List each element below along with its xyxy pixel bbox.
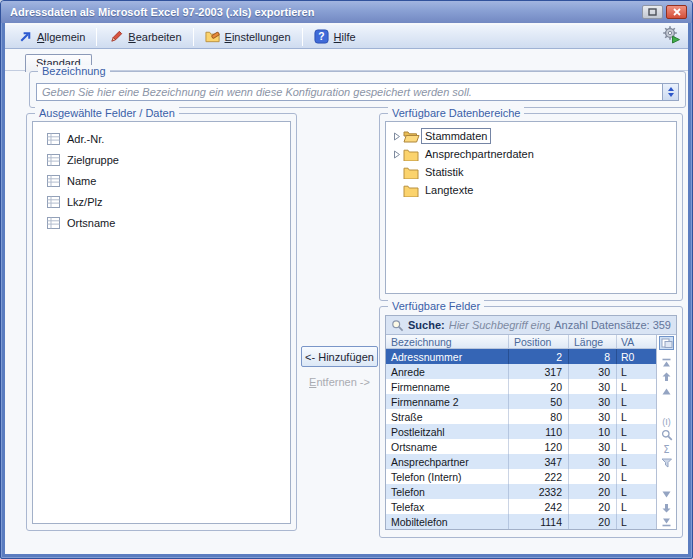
next-page-icon[interactable]: [660, 502, 673, 514]
field-row[interactable]: Telefax24220L: [386, 499, 656, 514]
cell-laenge: 20: [568, 499, 616, 514]
cell-bezeichnung: Telefon (Intern): [386, 471, 508, 483]
run-export-button[interactable]: [660, 27, 682, 47]
selected-field-item[interactable]: Ortsname: [33, 212, 290, 233]
search-input[interactable]: Hier Suchbegriff eingebe: [449, 319, 551, 331]
table-icon: [47, 154, 60, 166]
selected-field-label: Zielgruppe: [67, 154, 119, 166]
cell-laenge: 10: [568, 424, 616, 439]
field-row[interactable]: Adressnummer28R0: [386, 349, 656, 364]
folder-closed-icon: [403, 184, 421, 197]
summary-icon[interactable]: Σ: [660, 443, 673, 455]
field-row[interactable]: Ansprechpartner34730L: [386, 454, 656, 469]
search-record-icon[interactable]: [660, 429, 673, 441]
bezeichnung-group: Bezeichnung Geben Sie hier eine Bezeichn…: [29, 71, 686, 108]
prev-page-icon[interactable]: [660, 371, 673, 383]
expander-icon[interactable]: [391, 132, 403, 141]
spinner-up-icon: [668, 87, 674, 91]
cell-bezeichnung: Firmenname: [386, 381, 508, 393]
table-icon: [47, 196, 60, 208]
toolbar-button-label: Hilfe: [334, 31, 356, 43]
edit-record-icon[interactable]: (I): [660, 415, 673, 427]
cell-bezeichnung: Straße: [386, 411, 508, 423]
gear-run-green-icon: [662, 25, 681, 48]
close-button[interactable]: [666, 5, 687, 19]
cell-bezeichnung: Ortsname: [386, 441, 508, 453]
cell-va: L: [616, 439, 656, 454]
next-record-icon[interactable]: [660, 488, 673, 500]
toolbar-button-bearbeiten[interactable]: Bearbeiten: [100, 26, 189, 48]
toolbar-button-label: Bearbeiten: [128, 31, 181, 43]
toolbar-button-allgemein[interactable]: Allgemein: [9, 26, 93, 48]
cell-laenge: 30: [568, 439, 616, 454]
cell-laenge: 20: [568, 514, 616, 529]
selected-field-item[interactable]: Lkz/Plz: [33, 191, 290, 212]
restore-button[interactable]: [642, 5, 663, 19]
arrow-northeast-icon: [17, 29, 33, 45]
cell-va: L: [616, 409, 656, 424]
field-row[interactable]: Straße8030L: [386, 409, 656, 424]
toolbar-button-label: Einstellungen: [225, 31, 291, 43]
cell-bezeichnung: Anrede: [386, 366, 508, 378]
folder-open-icon: [403, 130, 421, 143]
cell-laenge: 20: [568, 484, 616, 499]
folder-closed-icon: [403, 148, 421, 161]
selected-field-item[interactable]: Name: [33, 170, 290, 191]
first-record-icon[interactable]: [660, 357, 673, 369]
remove-button[interactable]: Entfernen ->: [301, 374, 378, 390]
selected-field-item[interactable]: Adr.-Nr.: [33, 128, 290, 149]
bezeichnung-placeholder: Geben Sie hier eine Bezeichnung ein wenn…: [37, 86, 662, 98]
field-search-bar[interactable]: Suche: Hier Suchbegriff eingebe Anzahl D…: [386, 316, 676, 335]
field-row[interactable]: Firmenname 25030L: [386, 394, 656, 409]
toolbar-button-einstellungen[interactable]: Einstellungen: [197, 26, 299, 48]
add-button[interactable]: <- Hinzufügen: [301, 346, 378, 367]
cell-position: 110: [508, 424, 568, 439]
edit-pencil-red-icon: [108, 29, 124, 45]
cell-laenge: 8: [568, 349, 616, 364]
cell-va: L: [616, 454, 656, 469]
dialog-client-area: AllgemeinBearbeitenEinstellungen?Hilfe S…: [5, 23, 688, 554]
data-areas-group-label: Verfügbare Datenbereiche: [388, 107, 524, 119]
tree-item-label: Langtexte: [421, 182, 477, 198]
field-row[interactable]: Telefon233220L: [386, 484, 656, 499]
column-header-va[interactable]: VA: [616, 335, 656, 348]
tree-item-statistik[interactable]: Statistik: [386, 163, 676, 181]
close-icon: [673, 8, 681, 16]
cell-position: 2332: [508, 484, 568, 499]
field-row[interactable]: Mobiltelefon111420L: [386, 514, 656, 529]
cell-position: 2: [508, 349, 568, 364]
column-chooser-icon[interactable]: [659, 336, 674, 350]
column-header-bezeichnung[interactable]: Bezeichnung: [386, 336, 508, 348]
toolbar-separator: [193, 28, 194, 46]
field-row[interactable]: Postleitzahl11010L: [386, 424, 656, 439]
selected-field-label: Adr.-Nr.: [67, 133, 104, 145]
cell-bezeichnung: Ansprechpartner: [386, 456, 508, 468]
field-row[interactable]: Anrede31730L: [386, 364, 656, 379]
cell-position: 1114: [508, 514, 568, 529]
cell-bezeichnung: Telefon: [386, 486, 508, 498]
svg-text:(I): (I): [662, 416, 671, 426]
tree-item-ansprechpartnerdaten[interactable]: Ansprechpartnerdaten: [386, 145, 676, 163]
toolbar-button-hilfe[interactable]: ?Hilfe: [306, 26, 364, 48]
grid-navigator: (I)Σ: [657, 335, 676, 529]
column-header-position[interactable]: Position: [508, 335, 568, 348]
prev-record-icon[interactable]: [660, 385, 673, 397]
last-record-icon[interactable]: [660, 516, 673, 528]
toolbar-button-label: Allgemein: [37, 31, 85, 43]
field-row[interactable]: Firmenname2030L: [386, 379, 656, 394]
tree-item-langtexte[interactable]: Langtexte: [386, 181, 676, 199]
selected-fields-group: Ausgewählte Felder / Daten Adr.-Nr.Zielg…: [26, 113, 297, 531]
tree-item-stammdaten[interactable]: Stammdaten: [386, 127, 676, 145]
field-row[interactable]: Telefon (Intern)22220L: [386, 469, 656, 484]
cell-laenge: 20: [568, 469, 616, 484]
titlebar[interactable]: Adressdaten als Microsoft Excel 97-2003 …: [1, 1, 692, 23]
column-header-länge[interactable]: Länge: [568, 335, 616, 348]
expander-icon[interactable]: [391, 150, 403, 159]
cell-va: L: [616, 424, 656, 439]
selected-field-item[interactable]: Zielgruppe: [33, 149, 290, 170]
tree-item-label: Stammdaten: [421, 128, 491, 144]
field-row[interactable]: Ortsname12030L: [386, 439, 656, 454]
bezeichnung-combobox[interactable]: Geben Sie hier eine Bezeichnung ein wenn…: [36, 83, 679, 101]
filter-record-icon[interactable]: [660, 457, 673, 469]
combobox-spinner-button[interactable]: [662, 84, 678, 100]
